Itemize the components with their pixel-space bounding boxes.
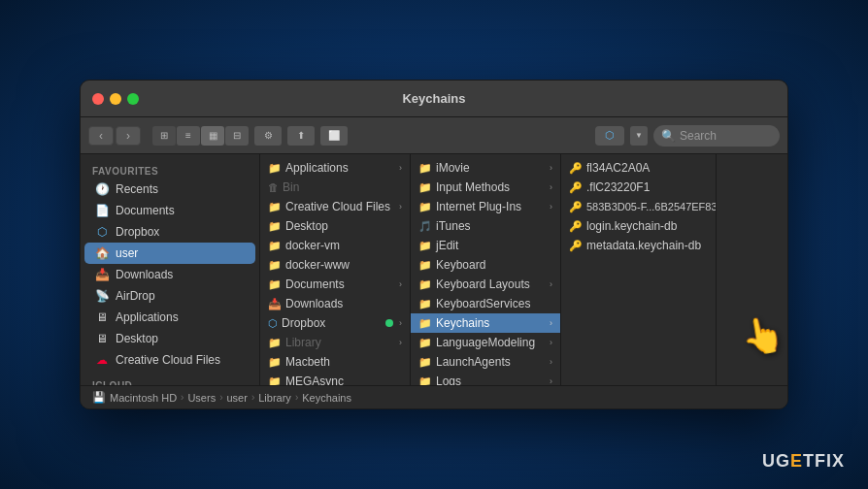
col2-keyboard[interactable]: 📁 Keyboard (411, 255, 560, 275)
arrow-icon: › (550, 279, 552, 289)
maximize-button[interactable] (127, 93, 139, 105)
col1-desktop[interactable]: 📁 Desktop (260, 216, 410, 236)
col2-itunes[interactable]: 🎵 iTunes (411, 216, 560, 236)
arrow-icon: › (550, 182, 552, 192)
dropdown-btn[interactable]: ▼ (630, 126, 648, 146)
file-icon: 🔑 (569, 201, 583, 213)
close-button[interactable] (92, 93, 104, 105)
col2-jedit[interactable]: 📁 jEdit (411, 236, 560, 255)
sidebar-item-applications[interactable]: 🖥 Applications (84, 307, 255, 328)
desktop-icon: 🖥 (94, 331, 110, 346)
col1-creative-cloud-files[interactable]: 📁 Creative Cloud Files › (260, 197, 410, 216)
col1-megasync[interactable]: 📁 MEGAsync (260, 372, 410, 385)
sidebar-item-documents[interactable]: 📄 Documents (84, 200, 255, 221)
main-content: Favourites 🕐 Recents 📄 Documents ⬡ Dropb… (81, 154, 787, 385)
user-icon: 🏠 (94, 245, 110, 261)
breadcrumb-sep: › (219, 392, 222, 403)
sidebar-item-dropbox[interactable]: ⬡ Dropbox (84, 221, 255, 243)
favourites-label: Favourites (81, 162, 259, 179)
col2-keychains[interactable]: 📁 Keychains › (411, 313, 560, 333)
share-btn[interactable]: ⬆ (287, 126, 315, 146)
folder-icon: 📁 (268, 337, 282, 349)
arrow-icon: › (550, 376, 552, 385)
folder-icon: 📁 (268, 278, 282, 291)
breadcrumb-sep: › (181, 392, 184, 403)
breadcrumb-users[interactable]: Users (187, 392, 216, 404)
arrow-icon: › (550, 202, 552, 212)
breadcrumb-sep: › (251, 392, 254, 403)
col2-logs[interactable]: 📁 Logs › (411, 372, 560, 385)
folder-icon: 📁 (418, 356, 432, 369)
arrow-icon: › (550, 357, 552, 367)
col2-language-modeling[interactable]: 📁 LanguageModeling › (411, 333, 560, 352)
col2-input-methods[interactable]: 📁 Input Methods › (411, 178, 560, 197)
col1-downloads[interactable]: 📥 Downloads (260, 294, 410, 313)
window-title: Keychains (402, 91, 465, 106)
sidebar-item-user[interactable]: 🏠 user (84, 243, 255, 264)
sidebar-item-downloads[interactable]: 📥 Downloads (84, 264, 255, 285)
col3-item1[interactable]: 🔑 fl34AC2A0A (561, 158, 716, 178)
folder-icon: 🎵 (418, 220, 432, 233)
col2-imovie[interactable]: 📁 iMovie › (411, 158, 560, 178)
drive-icon: 💾 (92, 391, 106, 404)
recents-icon: 🕐 (94, 181, 110, 197)
column-1: 📁 Applications › 🗑 Bin 📁 Creative Cloud … (260, 154, 411, 385)
col3-metadata-keychain[interactable]: 🔑 metadata.keychain-db (561, 236, 716, 255)
col1-library[interactable]: 📁 Library › (260, 333, 410, 352)
column-4: 👆 (717, 154, 787, 385)
downloads-icon: 📥 (94, 267, 110, 282)
folder-icon: 📁 (418, 278, 432, 291)
col3-item2[interactable]: 🔑 .flC23220F1 (561, 178, 716, 197)
folder-icon: 📁 (418, 240, 432, 252)
sidebar-item-recents[interactable]: 🕐 Recents (84, 179, 255, 200)
col1-macbeth[interactable]: 📁 Macbeth (260, 352, 410, 372)
search-icon: 🔍 (661, 129, 676, 143)
search-bar[interactable]: 🔍 Search (653, 125, 780, 147)
breadcrumb-user[interactable]: user (227, 392, 248, 404)
col2-launch-agents[interactable]: 📁 LaunchAgents › (411, 352, 560, 372)
tag-btn[interactable]: ⬜ (320, 126, 348, 146)
creative-cloud-icon: ☁ (94, 352, 110, 368)
airdrop-icon: 📡 (94, 288, 110, 304)
breadcrumb-keychains[interactable]: Keychains (302, 392, 351, 404)
search-placeholder: Search (680, 129, 717, 143)
sidebar-item-creative-cloud[interactable]: ☁ Creative Cloud Files (84, 349, 255, 371)
view-column-btn[interactable]: ▦ (201, 126, 224, 146)
arrow-icon: › (399, 318, 402, 328)
arrow-icon: › (550, 163, 552, 173)
col1-dropbox[interactable]: ⬡ Dropbox › (260, 313, 410, 333)
breadcrumb-library[interactable]: Library (258, 392, 291, 404)
view-gallery-btn[interactable]: ⊟ (225, 126, 249, 146)
col1-applications[interactable]: 📁 Applications › (260, 158, 410, 178)
folder-icon: 📁 (418, 375, 432, 386)
dropbox-toolbar-icon[interactable]: ⬡ (595, 126, 624, 146)
minimize-button[interactable] (110, 93, 121, 105)
dropbox-sync-dot (385, 319, 393, 327)
sidebar-item-airdrop[interactable]: 📡 AirDrop (84, 285, 255, 307)
watermark-highlight: E (790, 451, 803, 471)
col1-docker-www[interactable]: 📁 docker-www (260, 255, 410, 275)
col3-item3[interactable]: 🔑 583B3D05-F...6B2547EF83 › (561, 197, 716, 216)
col1-documents[interactable]: 📁 Documents › (260, 275, 410, 294)
sidebar-item-label: Downloads (116, 268, 173, 281)
applications-icon: 🖥 (94, 310, 110, 325)
col1-bin[interactable]: 🗑 Bin (260, 178, 410, 197)
col2-keyboard-layouts[interactable]: 📁 Keyboard Layouts › (411, 275, 560, 294)
forward-button[interactable]: › (116, 126, 141, 146)
folder-icon: 📁 (268, 201, 282, 213)
action-btn[interactable]: ⚙ (254, 126, 282, 146)
view-icon-btn[interactable]: ⊞ (152, 126, 176, 146)
view-list-btn[interactable]: ≡ (177, 126, 200, 146)
breadcrumb-macintosh[interactable]: 💾 Macintosh HD (92, 391, 177, 404)
arrow-icon: › (550, 338, 552, 347)
dropbox-icon: ⬡ (94, 224, 110, 240)
file-icon: 🔑 (569, 181, 583, 194)
folder-icon: 📁 (418, 201, 432, 213)
col1-docker-vm[interactable]: 📁 docker-vm (260, 236, 410, 255)
col2-keyboard-services[interactable]: 📁 KeyboardServices (411, 294, 560, 313)
sidebar-item-label: Creative Cloud Files (116, 353, 220, 367)
back-button[interactable]: ‹ (88, 126, 114, 146)
col2-internet-plugins[interactable]: 📁 Internet Plug-Ins › (411, 197, 560, 216)
sidebar-item-desktop[interactable]: 🖥 Desktop (84, 328, 255, 349)
col3-login-keychain[interactable]: 🔑 login.keychain-db (561, 216, 716, 236)
